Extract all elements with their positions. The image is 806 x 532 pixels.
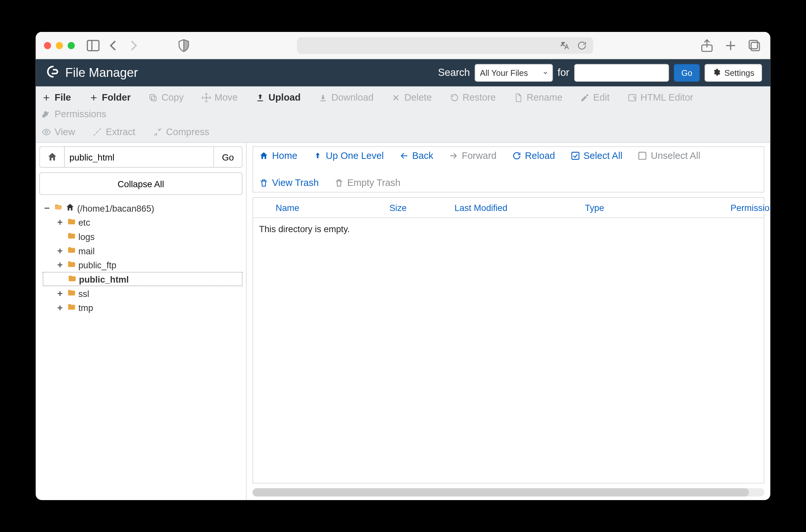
tree-item-label: ssl: [78, 288, 89, 298]
main-split: Go Collapse All − (/home1/bacan865) +etc…: [36, 142, 770, 500]
horizontal-scrollbar[interactable]: [253, 488, 764, 496]
minimize-window-dot[interactable]: [56, 42, 63, 49]
tree-item-label: public_ftp: [78, 260, 117, 270]
nav-reload-label: Reload: [525, 150, 555, 161]
upload-button[interactable]: Upload: [252, 90, 304, 105]
folder-icon: [66, 288, 76, 298]
expand-icon[interactable]: +: [56, 217, 64, 228]
view-button[interactable]: View: [38, 125, 78, 140]
col-name[interactable]: Name: [259, 203, 389, 213]
tabs-icon[interactable]: [747, 37, 762, 53]
col-last-modified[interactable]: Last Modified: [455, 203, 584, 213]
tree-item-label: etc: [78, 217, 90, 227]
tree-item-ssl[interactable]: +ssl: [43, 286, 242, 301]
browser-forward-icon[interactable]: [126, 37, 141, 53]
nav-unselect-all[interactable]: Unselect All: [638, 150, 700, 161]
nav-view-trash[interactable]: View Trash: [259, 178, 319, 189]
shield-icon[interactable]: [177, 38, 191, 52]
nav-forward[interactable]: Forward: [448, 150, 496, 161]
new-tab-icon[interactable]: [723, 37, 738, 53]
zoom-window-dot[interactable]: [68, 42, 75, 49]
path-row: Go: [39, 146, 243, 168]
nav-home[interactable]: Home: [259, 150, 298, 161]
upload-label: Upload: [269, 93, 301, 103]
new-file-button[interactable]: File: [38, 90, 75, 105]
copy-button[interactable]: Copy: [145, 90, 187, 105]
collapse-icon[interactable]: −: [43, 203, 51, 213]
expand-icon[interactable]: +: [56, 245, 64, 256]
edit-button[interactable]: Edit: [576, 90, 613, 105]
rename-button[interactable]: Rename: [510, 90, 566, 105]
col-size[interactable]: Size: [389, 203, 455, 213]
nav-up[interactable]: Up One Level: [313, 150, 384, 161]
download-button[interactable]: Download: [315, 90, 377, 105]
path-input[interactable]: [64, 146, 214, 168]
new-folder-button[interactable]: Folder: [85, 90, 134, 105]
tree-item-label: tmp: [78, 302, 93, 312]
browser-back-icon[interactable]: [105, 37, 121, 53]
move-button[interactable]: Move: [198, 90, 241, 105]
settings-label: Settings: [724, 68, 754, 77]
permissions-button[interactable]: Permissions: [38, 107, 110, 122]
app-title: File Manager: [65, 66, 138, 80]
folder-tree: − (/home1/bacan865) +etclogs+mail+public…: [39, 201, 243, 315]
svg-line-11: [96, 131, 99, 133]
delete-button[interactable]: Delete: [388, 90, 435, 105]
tree-item-publichtml[interactable]: public_html: [43, 272, 242, 286]
close-window-dot[interactable]: [44, 42, 51, 49]
tree-item-publicftp[interactable]: +public_ftp: [43, 258, 242, 272]
tree-item-etc[interactable]: +etc: [43, 215, 242, 229]
expand-icon[interactable]: +: [56, 288, 64, 299]
translate-icon[interactable]: [560, 40, 571, 51]
reload-icon[interactable]: [576, 40, 587, 51]
search-input[interactable]: [574, 64, 669, 82]
empty-directory-message: This directory is empty.: [259, 224, 350, 234]
compress-button[interactable]: Compress: [149, 125, 213, 140]
expand-icon[interactable]: +: [56, 260, 64, 270]
nav-back[interactable]: Back: [399, 150, 433, 161]
col-permissions[interactable]: Permission: [704, 203, 770, 213]
copy-label: Copy: [161, 93, 184, 103]
restore-button[interactable]: Restore: [446, 90, 499, 105]
html-editor-button[interactable]: HTML Editor: [624, 90, 697, 105]
folder-icon: [66, 246, 76, 255]
folder-icon: [67, 274, 77, 284]
search-go-button[interactable]: Go: [673, 64, 700, 82]
tree-item-label: logs: [78, 231, 95, 242]
header-search-area: Search All Your Files for Go Settings: [438, 64, 762, 82]
col-type[interactable]: Type: [585, 203, 704, 213]
compress-label: Compress: [166, 127, 209, 137]
expand-icon[interactable]: +: [56, 302, 64, 313]
svg-rect-0: [87, 40, 99, 51]
nav-back-label: Back: [412, 150, 433, 161]
new-file-label: File: [55, 93, 71, 103]
new-folder-label: Folder: [102, 93, 131, 103]
tree-root[interactable]: − (/home1/bacan865): [43, 201, 242, 215]
home-icon: [65, 202, 75, 214]
svg-rect-6: [749, 40, 757, 49]
nav-select-all[interactable]: Select All: [570, 150, 622, 161]
tree-item-mail[interactable]: +mail: [43, 244, 242, 258]
search-for-label: for: [558, 67, 569, 78]
tree-root-label: (/home1/bacan865): [77, 203, 154, 213]
search-scope-select[interactable]: All Your Files: [475, 64, 553, 82]
nav-empty-trash-label: Empty Trash: [347, 178, 400, 189]
url-bar[interactable]: [297, 37, 593, 54]
collapse-all-button[interactable]: Collapse All: [39, 172, 243, 195]
folder-icon: [66, 217, 76, 227]
path-go-button[interactable]: Go: [214, 146, 242, 168]
settings-button[interactable]: Settings: [705, 64, 762, 82]
extract-button[interactable]: Extract: [89, 125, 139, 140]
sidebar-icon[interactable]: [85, 37, 101, 53]
home-path-button[interactable]: [39, 146, 64, 168]
nav-unselect-all-label: Unselect All: [651, 150, 700, 161]
tree-item-logs[interactable]: logs: [43, 229, 242, 244]
delete-label: Delete: [404, 93, 431, 103]
nav-reload[interactable]: Reload: [512, 150, 555, 161]
nav-empty-trash[interactable]: Empty Trash: [334, 178, 400, 189]
traffic-lights: [44, 42, 75, 49]
cpanel-logo-icon: [44, 63, 59, 82]
tree-item-tmp[interactable]: +tmp: [43, 301, 242, 315]
browser-window: File Manager Search All Your Files for G…: [36, 32, 770, 500]
share-icon[interactable]: [699, 37, 714, 53]
